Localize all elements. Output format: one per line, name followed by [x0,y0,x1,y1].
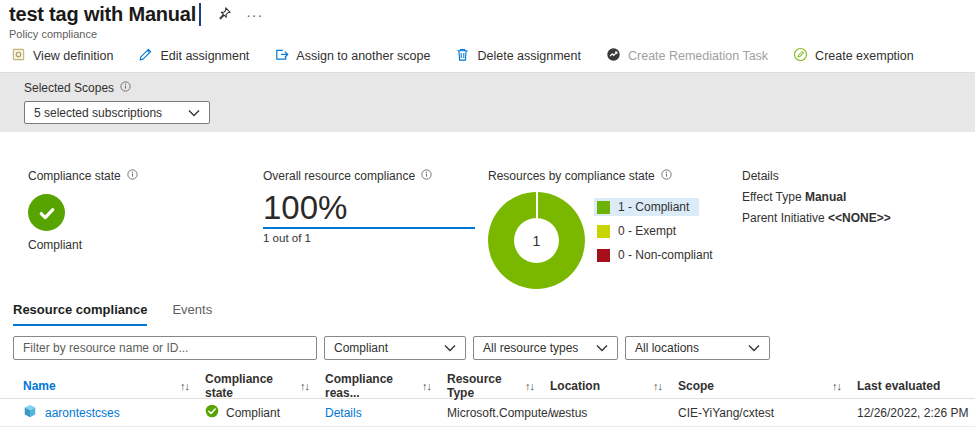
definition-icon [11,47,26,65]
page-title: test tag with Manual [9,3,196,26]
legend-item-noncompliant[interactable]: 0 - Non-compliant [594,246,723,264]
chart-legend: 1 - Compliant 0 - Exempt 0 - Non-complia… [594,198,723,289]
resource-compliance-table: Name ↑↓ Compliance state ↑↓ Compliance r… [0,372,975,427]
info-icon [421,169,432,183]
scope-cell: CIE-YiYang/cxtest [678,406,857,420]
resource-cube-icon [23,404,37,421]
compliance-state-value: Compliant [28,238,263,252]
column-header-compliance-reason[interactable]: Compliance reas... ↑↓ [325,372,447,400]
command-toolbar: View definition Edit assignment Assign t… [0,40,975,72]
pin-button[interactable] [217,6,232,24]
parent-initiative-value: <<NONE>> [828,211,891,225]
column-header-last-evaluated[interactable]: Last evaluated [857,379,975,393]
resources-chart-section: Resources by compliance state 1 1 - Comp… [488,169,740,295]
compliance-state-section: Compliance state Compliant [28,169,263,295]
column-header-name[interactable]: Name ↑↓ [13,379,205,393]
resource-filter-input[interactable] [13,336,317,360]
sort-icon[interactable]: ↑↓ [653,380,662,392]
effect-type-value: Manual [805,190,846,204]
sort-icon[interactable]: ↑↓ [422,380,431,392]
details-title: Details [742,169,891,183]
location-cell: westus [550,406,678,420]
info-icon [661,169,672,183]
column-header-scope[interactable]: Scope ↑↓ [678,379,857,393]
details-link[interactable]: Details [325,406,362,420]
compliance-filter-dropdown[interactable]: Compliant [324,336,466,360]
last-evaluated-cell: 12/26/2022, 2:26 PM [857,406,975,420]
page-header: test tag with Manual ··· Policy complian… [0,0,975,40]
tab-events[interactable]: Events [172,302,212,326]
compliance-ratio: 1 out of 1 [263,232,488,244]
chart-title: Resources by compliance state [488,169,655,183]
resource-type-cell: Microsoft.Compute/... [447,406,550,420]
legend-swatch-exempt [597,225,610,238]
sort-icon[interactable]: ↑↓ [300,380,309,392]
overall-compliance-label: Overall resource compliance [263,169,415,183]
pin-icon [217,6,232,24]
compliant-check-icon [205,404,219,421]
table-row[interactable]: aarontestcses Compliant Details Microsof… [0,399,975,427]
scopes-dropdown[interactable]: 5 selected subscriptions [24,101,210,124]
donut-slice-divider [536,192,538,219]
effect-type-label: Effect Type [742,190,802,204]
parent-initiative-label: Parent Initiative [742,211,825,225]
assign-scope-icon [274,47,289,65]
trash-icon [455,47,470,65]
legend-item-compliant[interactable]: 1 - Compliant [594,198,699,216]
sort-icon[interactable]: ↑↓ [832,380,841,392]
compliance-reason-cell: Details [325,406,447,420]
delete-assignment-button[interactable]: Delete assignment [455,47,581,65]
details-section: Details Effect Type Manual Parent Initia… [740,169,891,295]
tab-bar: Resource compliance Events [0,302,975,326]
resource-name-link[interactable]: aarontestcses [45,406,120,420]
tab-resource-compliance[interactable]: Resource compliance [13,302,147,326]
more-options-button[interactable]: ··· [246,10,263,20]
sort-icon[interactable]: ↑↓ [180,380,189,392]
chevron-down-icon [444,341,456,355]
create-exemption-button[interactable]: Create exemption [793,47,914,65]
exemption-icon [793,47,808,65]
legend-swatch-noncompliant [597,249,610,262]
compliant-check-icon [28,194,65,231]
create-remediation-button[interactable]: Create Remediation Task [606,47,768,65]
compliance-summary: Compliance state Compliant Overall resou… [0,132,975,295]
selected-scopes-label: Selected Scopes [24,81,114,95]
column-header-resource-type[interactable]: Resource Type ↑↓ [447,372,550,400]
pencil-icon [138,47,153,65]
overall-compliance-section: Overall resource compliance 100% 1 out o… [263,169,488,295]
remediation-icon [606,47,621,65]
view-definition-button[interactable]: View definition [11,47,113,65]
filter-bar: Compliant All resource types All locatio… [0,336,975,360]
edit-assignment-button[interactable]: Edit assignment [138,47,249,65]
compliance-state-label: Compliance state [28,169,121,183]
column-header-compliance-state[interactable]: Compliance state ↑↓ [205,372,325,400]
assign-scope-button[interactable]: Assign to another scope [274,47,430,65]
location-filter-dropdown[interactable]: All locations [625,336,770,360]
name-cell: aarontestcses [13,404,205,421]
info-icon [120,81,131,95]
donut-center-value: 1 [514,218,559,263]
compliance-donut-chart: 1 [488,192,585,289]
chevron-down-icon [596,341,608,355]
compliance-percentage: 100% [263,190,475,229]
chevron-down-icon [748,341,760,355]
page-subtitle: Policy compliance [9,28,975,40]
sort-icon[interactable]: ↑↓ [525,380,534,392]
scope-band: Selected Scopes 5 selected subscriptions [0,72,975,132]
column-header-location[interactable]: Location ↑↓ [550,379,678,393]
compliance-state-cell: Compliant [205,404,325,421]
legend-swatch-compliant [597,201,610,214]
legend-item-exempt[interactable]: 0 - Exempt [594,222,686,240]
info-icon [127,169,138,183]
table-header-row: Name ↑↓ Compliance state ↑↓ Compliance r… [0,372,975,399]
chevron-down-icon [188,106,200,120]
text-cursor [199,3,201,26]
resource-type-filter-dropdown[interactable]: All resource types [473,336,618,360]
